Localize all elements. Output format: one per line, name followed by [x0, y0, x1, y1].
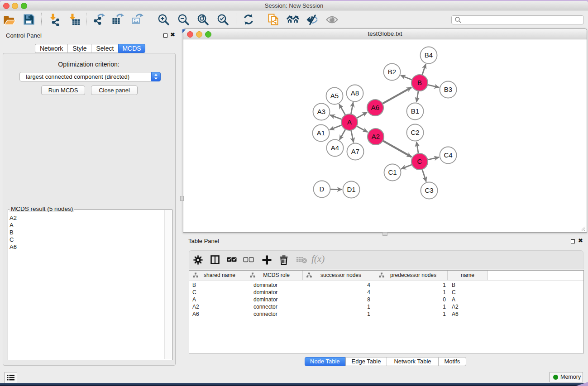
svg-text:B3: B3	[444, 86, 452, 93]
svg-text:B2: B2	[388, 68, 396, 76]
svg-text:D1: D1	[347, 186, 355, 193]
svg-text:A3: A3	[317, 108, 325, 115]
svg-text:C2: C2	[411, 129, 419, 136]
svg-text:B1: B1	[411, 107, 419, 115]
svg-text:A6: A6	[371, 104, 379, 111]
svg-text:A7: A7	[351, 148, 359, 155]
svg-text:C1: C1	[388, 168, 397, 176]
svg-text:D: D	[320, 185, 325, 193]
svg-text:C: C	[417, 157, 422, 165]
svg-text:A2: A2	[372, 133, 380, 140]
svg-text:A: A	[347, 118, 352, 126]
svg-text:A1: A1	[317, 129, 325, 137]
svg-text:C4: C4	[444, 151, 452, 159]
svg-text:C3: C3	[425, 186, 433, 194]
svg-text:B4: B4	[425, 51, 433, 59]
svg-text:A8: A8	[351, 89, 359, 97]
svg-text:A4: A4	[331, 144, 339, 152]
svg-text:B: B	[417, 79, 422, 86]
svg-text:A5: A5	[330, 92, 339, 100]
